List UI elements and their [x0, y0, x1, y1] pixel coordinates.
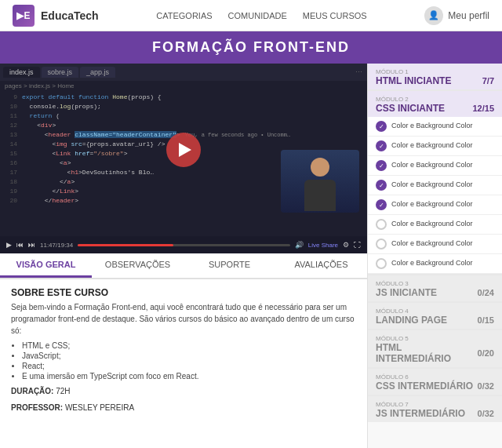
- logo-area: ▶E EducaTech: [13, 5, 99, 27]
- person-body: [304, 180, 336, 211]
- tab-observacoes[interactable]: OBSERVAÇÕES: [92, 253, 184, 278]
- instructor-thumbnail: [281, 150, 359, 213]
- module7-progress: 0/32: [478, 409, 494, 418]
- editor-tabs: index.js sobre.js _app.js ⋯: [0, 64, 367, 81]
- module3-header: MÓDULO 3 JS INICIANTE 0/24: [368, 275, 502, 301]
- module5-header: MÓDULO 5 HTML INTERMEDIÁRIO 0/20: [368, 330, 502, 367]
- module-html-intermediario: MÓDULO 5 HTML INTERMEDIÁRIO 0/20: [368, 330, 502, 367]
- module3-name: JS INICIANTE: [376, 287, 437, 298]
- course-meta: DURAÇÃO: 72H PROFESSOR: WESLEY PEREIRA: [11, 385, 356, 413]
- course-list: HTML e CSS; JavaScript; React; E uma ime…: [22, 341, 356, 381]
- module5-name: HTML INTERMEDIÁRIO: [376, 342, 478, 364]
- lesson-item-6[interactable]: Color e Background Color: [368, 215, 502, 235]
- tab-sobre-js[interactable]: sobre.js: [42, 67, 79, 78]
- fullscreen-icon[interactable]: ⛶: [354, 241, 361, 249]
- video-area: index.js sobre.js _app.js ⋯ pages > inde…: [0, 64, 367, 236]
- module4-title-row: LANDING PAGE 0/15: [376, 315, 494, 326]
- module7-header: MÓDULO 7 JS INTERMEDIÁRIO 0/32: [368, 396, 502, 422]
- lesson-item-2[interactable]: Color e Background Color: [368, 137, 502, 156]
- module5-label: MÓDULO 5: [376, 335, 494, 342]
- duration-label: DURAÇÃO:: [11, 387, 53, 395]
- lesson-label-5: Color e Background Color: [391, 200, 473, 209]
- tab-index-js[interactable]: index.js: [3, 67, 40, 78]
- editor-action-split[interactable]: ⋯: [355, 68, 362, 76]
- list-item-2: JavaScript;: [22, 351, 356, 360]
- module-css-intermediario: MÓDULO 6 CSS INTERMEDIÁRIO 0/32: [368, 369, 502, 395]
- lesson-item-3[interactable]: Color e Background Color: [368, 156, 502, 176]
- nav-comunidade[interactable]: COMUNIDADE: [228, 11, 287, 20]
- lesson-label-3: Color e Background Color: [391, 161, 473, 170]
- lesson-item-1[interactable]: Color e Background Color: [368, 117, 502, 137]
- nav-meus-cursos[interactable]: MEUS CURSOS: [303, 11, 367, 20]
- module4-header: MÓDULO 4 LANDING PAGE 0/15: [368, 303, 502, 329]
- module4-progress: 0/15: [478, 315, 494, 325]
- module5-progress: 0/20: [478, 348, 494, 358]
- module1-title-row: HTML INICIANTE 7/7: [376, 75, 494, 86]
- module3-progress: 0/24: [478, 288, 494, 297]
- module-js-iniciante: MÓDULO 3 JS INICIANTE 0/24: [368, 275, 502, 301]
- logo-text: EducaTech: [41, 9, 99, 22]
- module-html-iniciante: MÓDULO 1 HTML INICIANTE 7/7: [368, 64, 502, 89]
- video-time: 11:47/19:34: [40, 242, 73, 249]
- module6-name: CSS INTERMEDIÁRIO: [376, 381, 473, 392]
- check-empty-8: [376, 258, 387, 269]
- settings-icon[interactable]: ⚙: [343, 241, 349, 249]
- module5-title-row: HTML INTERMEDIÁRIO 0/20: [376, 342, 494, 364]
- module1-progress: 7/7: [482, 76, 494, 86]
- module6-label: MÓDULO 6: [376, 373, 494, 381]
- module2-label: MÓDULO 2: [376, 96, 494, 103]
- check-done-2: [376, 140, 387, 151]
- progress-bar[interactable]: [78, 244, 289, 246]
- video-controls: ▶ ⏮ ⏭ 11:47/19:34 🔊 Live Share ⚙ ⛶: [0, 236, 367, 253]
- volume-icon[interactable]: 🔊: [295, 241, 304, 249]
- skip-forward-icon[interactable]: ⏭: [28, 241, 35, 249]
- lesson-label-2: Color e Background Color: [391, 141, 473, 151]
- tab-visao-geral[interactable]: VISÃO GERAL: [0, 253, 92, 278]
- profile-area[interactable]: 👤 Meu perfil: [424, 6, 489, 25]
- play-icon: [179, 143, 191, 157]
- check-done-1: [376, 121, 387, 132]
- module4-label: MÓDULO 4: [376, 308, 494, 315]
- sidebar: MÓDULO 1 HTML INICIANTE 7/7 MÓDULO 2 CSS…: [367, 64, 502, 448]
- module-js-intermediario: MÓDULO 7 JS INTERMEDIÁRIO 0/32: [368, 396, 502, 422]
- live-share-icon[interactable]: Live Share: [308, 242, 338, 249]
- module1-name: HTML INICIANTE: [376, 75, 451, 86]
- module6-progress: 0/32: [478, 381, 494, 391]
- list-item-1: HTML e CSS;: [22, 341, 356, 350]
- nav-categorias[interactable]: CATEGORIAS: [156, 11, 212, 20]
- lesson-label-4: Color e Background Color: [391, 180, 473, 190]
- tab-app-js[interactable]: _app.js: [80, 67, 115, 78]
- course-info: SOBRE ESTE CURSO Seja bem-vindo a Formaç…: [0, 279, 367, 448]
- lesson-label-1: Color e Background Color: [391, 122, 473, 131]
- play-button[interactable]: [166, 133, 201, 167]
- list-item-3: React;: [22, 362, 356, 370]
- main-layout: index.js sobre.js _app.js ⋯ pages > inde…: [0, 64, 502, 448]
- lesson-item-4[interactable]: Color e Background Color: [368, 176, 502, 195]
- module2-name: CSS INICIANTE: [376, 103, 445, 114]
- tab-suporte[interactable]: SUPORTE: [184, 253, 275, 278]
- instructor-silhouette: [296, 158, 344, 213]
- tabs-row: VISÃO GERAL OBSERVAÇÕES SUPORTE AVALIAÇÕ…: [0, 253, 367, 279]
- lesson-item-5[interactable]: Color e Background Color: [368, 195, 502, 215]
- module2-title-row: CSS INICIANTE 12/15: [376, 103, 494, 114]
- module3-label: MÓDULO 3: [376, 280, 494, 287]
- module3-title-row: JS INICIANTE 0/24: [376, 287, 494, 298]
- course-title: SOBRE ESTE CURSO: [11, 287, 356, 298]
- page-title: FORMAÇÃO FRONT-END: [0, 31, 502, 64]
- list-item-4: E uma imersão em TypeScript com foco em …: [22, 372, 356, 381]
- play-control-icon[interactable]: ▶: [6, 241, 12, 249]
- skip-back-icon[interactable]: ⏮: [16, 241, 24, 249]
- module7-name: JS INTERMEDIÁRIO: [376, 408, 465, 419]
- lesson-label-8: Color e Background Color: [391, 259, 473, 268]
- tab-avaliacoes[interactable]: AVALIAÇÕES: [275, 253, 367, 278]
- module6-header: MÓDULO 6 CSS INTERMEDIÁRIO 0/32: [368, 369, 502, 395]
- course-description: Seja bem-vindo a Formação Front-end, aqu…: [11, 301, 356, 337]
- module-css-iniciante: MÓDULO 2 CSS INICIANTE 12/15 Color e Bac…: [368, 91, 502, 274]
- duration-value: 72H: [56, 387, 70, 395]
- check-done-4: [376, 180, 387, 191]
- progress-fill: [78, 244, 173, 246]
- professor-value: WESLEY PEREIRA: [65, 403, 134, 412]
- module6-title-row: CSS INTERMEDIÁRIO 0/32: [376, 381, 494, 392]
- lesson-item-8[interactable]: Color e Background Color: [368, 254, 502, 274]
- lesson-item-7[interactable]: Color e Background Color: [368, 235, 502, 254]
